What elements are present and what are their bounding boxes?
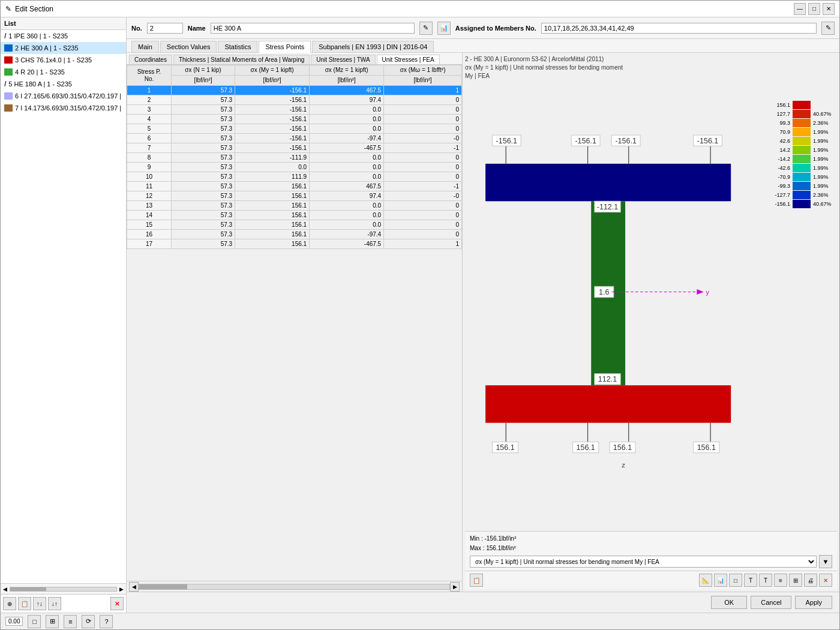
viz-tool5[interactable]: T — [759, 574, 772, 587]
ok-button[interactable]: OK — [711, 596, 747, 609]
table-row[interactable]: 957.30.00.00 — [127, 163, 462, 172]
viz-bottom-toolbar: 📋 📐 📊 □ T T ≡ ⊞ 🖨 ✕ — [465, 571, 837, 589]
table-row[interactable]: 1657.3156.1-97.40 — [127, 230, 462, 239]
table-row[interactable]: 457.3-156.10.00 — [127, 115, 462, 124]
viz-tool6[interactable]: ≡ — [774, 574, 787, 587]
sidebar-item-6[interactable]: 6 I 27.165/6.693/0.315/0.472/0.197 | — [1, 90, 126, 102]
sub-tab-unit-stresses---twa[interactable]: Unit Stresses | TWA — [311, 55, 375, 64]
tab-main[interactable]: Main — [131, 41, 159, 52]
dropdown-settings-button[interactable]: ▼ — [819, 555, 832, 568]
viz-tool1[interactable]: 📐 — [699, 574, 712, 587]
sidebar-list: I1 IPE 360 | 1 - S2352 HE 300 A | 1 - S2… — [1, 30, 126, 583]
copy-image-button[interactable]: 📋 — [470, 574, 483, 587]
min-value: Min : -156.1lbf/in² — [470, 534, 832, 544]
scrollbar-thumb — [10, 587, 46, 591]
delete-button[interactable]: ✕ — [110, 597, 124, 610]
no-input[interactable] — [147, 23, 183, 34]
sidebar-scrollbar[interactable]: ◀ ▶ — [1, 583, 126, 594]
legend-color-11 — [793, 200, 811, 208]
scroll-left-icon[interactable]: ◀ — [3, 586, 7, 592]
table-row[interactable]: 1157.3156.1467.5-1 — [127, 182, 462, 191]
label-web-top: -112.1 — [597, 203, 618, 211]
stress-type-dropdown[interactable]: σx (My = 1 kipft) | Unit normal stresses… — [470, 556, 817, 568]
viz-tool7[interactable]: ⊞ — [789, 574, 802, 587]
zero-display: 0.00 — [5, 617, 23, 626]
wb-btn4[interactable]: ⟳ — [82, 615, 95, 628]
table-row[interactable]: 857.3-111.90.00 — [127, 153, 462, 163]
assigned-edit-button[interactable]: ✎ — [821, 22, 835, 35]
viz-tool3[interactable]: □ — [729, 574, 742, 587]
scroll-right-arrow[interactable]: ▶ — [450, 582, 460, 592]
copy-button[interactable]: ⊕ — [3, 597, 16, 610]
table-row[interactable]: 357.3-156.10.00 — [127, 105, 462, 115]
viz-print[interactable]: 🖨 — [804, 574, 817, 587]
main-window: ✎ Edit Section — □ ✕ List I1 IPE 360 | 1… — [0, 0, 840, 630]
viz-close[interactable]: ✕ — [819, 574, 832, 587]
table-row[interactable]: 257.3-156.197.40 — [127, 95, 462, 105]
apply-button[interactable]: Apply — [795, 596, 832, 609]
col-header-sxMy: σx (My = 1 kipft) — [235, 65, 310, 76]
name-input[interactable] — [211, 23, 415, 34]
sub-tab-bar: CoordinatesThickness | Statical Moments … — [127, 53, 462, 65]
info-button[interactable]: 📊 — [437, 22, 451, 35]
legend-color-10 — [793, 191, 811, 199]
tab-section-values[interactable]: Section Values — [160, 41, 217, 52]
arrow-head — [697, 289, 703, 295]
stress-table-wrapper[interactable]: Stress P.No. σx (N = 1 kip) σx (My = 1 k… — [127, 65, 462, 581]
sidebar-item-5[interactable]: I5 HE 180 A | 1 - S235 — [1, 78, 126, 90]
sidebar-item-7[interactable]: 7 I 14.173/6.693/0.315/0.472/0.197 | — [1, 102, 126, 114]
sort-asc-button[interactable]: ↑↓ — [33, 597, 46, 610]
sub-tab-unit-stresses---fea[interactable]: Unit Stresses | FEA — [377, 55, 440, 64]
close-button[interactable]: ✕ — [823, 3, 835, 15]
wb-btn5[interactable]: ? — [100, 615, 113, 628]
assigned-input[interactable] — [541, 23, 817, 34]
new-button[interactable]: 📋 — [18, 597, 31, 610]
table-row[interactable]: 1057.3111.90.00 — [127, 172, 462, 182]
section-icon-1: I — [4, 32, 6, 40]
edit-name-button[interactable]: ✎ — [419, 22, 433, 35]
sidebar-item-4[interactable]: 4 R 20 | 1 - S235 — [1, 66, 126, 78]
table-scrollbar[interactable]: ◀ ▶ — [127, 581, 462, 592]
table-row[interactable]: 1557.3156.10.00 — [127, 220, 462, 230]
sidebar-item-1[interactable]: I1 IPE 360 | 1 - S235 — [1, 30, 126, 42]
legend-value-9: -99.3 — [763, 183, 790, 189]
table-row[interactable]: 657.3-156.1-97.4-0 — [127, 134, 462, 143]
scroll-right-icon[interactable]: ▶ — [119, 586, 124, 592]
legend-value-0: 156.1 — [763, 102, 790, 108]
viz-section: 2 - HE 300 A | Euronorm 53-62 | ArcelorM… — [463, 53, 839, 592]
table-row[interactable]: 557.3-156.10.00 — [127, 124, 462, 134]
table-row[interactable]: 157.3-156.1467.51 — [127, 86, 462, 95]
cancel-button[interactable]: Cancel — [751, 596, 791, 609]
table-row[interactable]: 1357.3156.10.00 — [127, 201, 462, 211]
wb-btn3[interactable]: ≡ — [64, 615, 77, 628]
edit-icon: ✎ — [5, 5, 11, 13]
sub-tab-coordinates[interactable]: Coordinates — [129, 55, 172, 64]
sidebar-item-2[interactable]: 2 HE 300 A | 1 - S235 — [1, 42, 126, 54]
sub-tab-thickness---statical-moments-of-area---warping[interactable]: Thickness | Statical Moments of Area | W… — [173, 55, 310, 64]
maximize-button[interactable]: □ — [808, 3, 820, 15]
viz-tool2[interactable]: 📊 — [714, 574, 727, 587]
no-label: No. — [131, 25, 142, 32]
scroll-left-arrow[interactable]: ◀ — [129, 582, 139, 592]
tab-subpanels---en-1993---din---2016-04[interactable]: Subpanels | EN 1993 | DIN | 2016-04 — [312, 41, 434, 52]
content-area: CoordinatesThickness | Statical Moments … — [127, 53, 839, 592]
table-row[interactable]: 1757.3156.1-467.51 — [127, 239, 462, 249]
color-swatch-6 — [4, 92, 13, 100]
table-row[interactable]: 1457.3156.10.00 — [127, 211, 462, 220]
tab-statistics[interactable]: Statistics — [218, 41, 257, 52]
legend-color-6 — [793, 155, 811, 163]
col-unit-sxMz: [lbf/in²] — [310, 76, 384, 86]
tab-stress-points[interactable]: Stress Points — [259, 41, 311, 53]
color-swatch-2 — [4, 44, 13, 52]
table-row[interactable]: 1257.3156.197.4-0 — [127, 191, 462, 201]
wb-btn1[interactable]: □ — [28, 615, 41, 628]
sidebar-item-3[interactable]: 3 CHS 76.1x4.0 | 1 - S235 — [1, 54, 126, 66]
table-row[interactable]: 757.3-156.1-467.5-1 — [127, 143, 462, 153]
viz-tool4[interactable]: T — [744, 574, 757, 587]
label-top-left: -156.1 — [496, 137, 517, 145]
wb-btn2[interactable]: ⊞ — [46, 615, 59, 628]
legend-value-3: 70.9 — [763, 129, 790, 135]
sort-desc-button[interactable]: ↓↑ — [48, 597, 61, 610]
minimize-button[interactable]: — — [794, 3, 806, 15]
legend-pct-6: 1.99% — [813, 156, 837, 162]
